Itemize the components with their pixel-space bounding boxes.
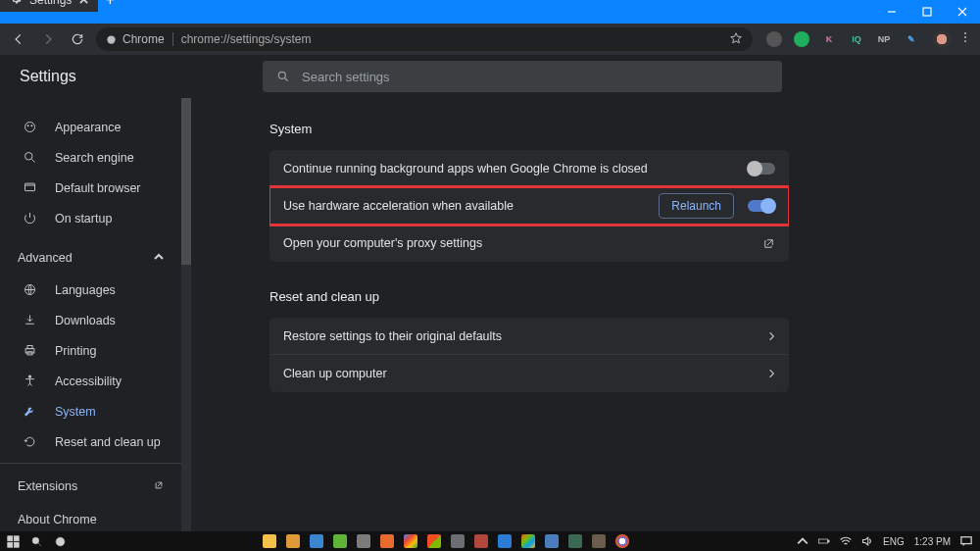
- toggle-hardware-accel[interactable]: [748, 200, 775, 212]
- tray-language[interactable]: ENG: [883, 536, 905, 547]
- sidebar-item-accessibility[interactable]: Accessibility: [0, 366, 191, 396]
- start-button[interactable]: [6, 534, 20, 548]
- taskbar-app-explorer[interactable]: [263, 534, 276, 548]
- taskbar-app-google[interactable]: [404, 534, 417, 548]
- row-hardware-acceleration[interactable]: Use hardware acceleration when available…: [270, 187, 789, 225]
- taskbar-app-mail[interactable]: [310, 534, 323, 548]
- window-maximize-button[interactable]: [909, 0, 945, 24]
- sidebar-item-downloads[interactable]: Downloads: [0, 305, 191, 335]
- address-bar[interactable]: Chrome chrome://settings/system: [96, 27, 753, 51]
- bookmark-star-icon[interactable]: [729, 31, 743, 48]
- taskbar-app-3[interactable]: [545, 534, 559, 548]
- taskbar-app-store[interactable]: [286, 534, 300, 548]
- sidebar-item-label: Default browser: [55, 181, 141, 195]
- sidebar-item-system[interactable]: System: [0, 396, 191, 426]
- tray-volume-icon[interactable]: [861, 535, 873, 547]
- row-restore-defaults[interactable]: Restore settings to their original defau…: [270, 318, 789, 355]
- browser-toolbar: Chrome chrome://settings/system K IQ NP …: [0, 24, 980, 55]
- sidebar-item-label: System: [55, 405, 96, 419]
- sidebar-item-reset-cleanup[interactable]: Reset and clean up: [0, 426, 191, 457]
- search-icon: [22, 150, 37, 165]
- relaunch-button[interactable]: Relaunch: [659, 193, 734, 219]
- tray-chevron-icon[interactable]: [797, 535, 808, 547]
- sidebar-item-languages[interactable]: Languages: [0, 275, 191, 305]
- sidebar-item-truncated[interactable]: [0, 98, 191, 112]
- sidebar-item-default-browser[interactable]: Default browser: [0, 173, 191, 203]
- row-label: Clean up computer: [283, 367, 387, 380]
- site-label: Chrome: [122, 32, 165, 46]
- site-info-button[interactable]: Chrome: [106, 32, 165, 46]
- tray-notifications-icon[interactable]: [960, 535, 972, 547]
- sidebar-item-label: Search engine: [55, 151, 134, 165]
- taskbar-app-settings[interactable]: [357, 534, 370, 548]
- sidebar-section-advanced[interactable]: Advanced: [0, 241, 191, 275]
- sidebar-scrollbar-thumb[interactable]: [181, 98, 191, 265]
- taskbar-app-ms2[interactable]: [521, 534, 535, 548]
- taskbar-app-1[interactable]: [333, 534, 347, 548]
- sidebar-item-extensions[interactable]: Extensions: [0, 470, 191, 503]
- browser-menu-button[interactable]: [958, 30, 972, 48]
- settings-search-input[interactable]: [302, 70, 768, 84]
- settings-content: System Continue running background apps …: [191, 98, 980, 531]
- taskbar-apps: [263, 534, 629, 548]
- ext-np-icon[interactable]: NP: [876, 31, 892, 47]
- svg-rect-19: [14, 542, 19, 547]
- nav-reload-button[interactable]: [67, 28, 88, 50]
- chevron-right-icon: [768, 369, 775, 378]
- cortana-button[interactable]: [53, 534, 67, 548]
- ext-iq-icon[interactable]: IQ: [849, 31, 864, 47]
- ext-k-icon[interactable]: K: [821, 31, 837, 47]
- row-cleanup-computer[interactable]: Clean up computer: [270, 355, 789, 392]
- section-title-reset: Reset and clean up: [270, 289, 980, 304]
- chevron-up-icon: [154, 251, 164, 265]
- window-close-button[interactable]: [945, 0, 980, 24]
- taskbar-search-button[interactable]: [29, 534, 43, 548]
- sidebar-item-printing[interactable]: Printing: [0, 335, 191, 366]
- power-icon: [22, 211, 37, 225]
- search-icon: [276, 70, 290, 83]
- svg-point-2: [964, 32, 966, 34]
- svg-point-3: [964, 36, 966, 38]
- taskbar-app-firefox[interactable]: [380, 534, 394, 548]
- taskbar-app-5[interactable]: [592, 534, 606, 548]
- sidebar-divider: [0, 463, 191, 464]
- row-background-apps[interactable]: Continue running background apps when Go…: [270, 150, 789, 187]
- tray-battery-icon[interactable]: [818, 535, 830, 547]
- default-browser-icon: [22, 180, 37, 195]
- toggle-background-apps[interactable]: [748, 163, 775, 175]
- tab-close-icon[interactable]: [79, 0, 88, 7]
- sidebar-item-about-chrome[interactable]: About Chrome: [0, 503, 191, 531]
- sidebar-item-search-engine[interactable]: Search engine: [0, 142, 191, 173]
- taskbar-app-edge[interactable]: [498, 534, 512, 548]
- nav-forward-button[interactable]: [37, 28, 59, 50]
- window-minimize-button[interactable]: [874, 0, 909, 24]
- taskbar-app-volume[interactable]: [451, 534, 465, 548]
- ext-pen-icon[interactable]: ✎: [904, 31, 919, 47]
- settings-sidebar: Appearance Search engine Default browser…: [0, 98, 191, 531]
- ext-grammarly-icon[interactable]: [794, 31, 809, 47]
- taskbar-app-4[interactable]: [568, 534, 582, 548]
- nav-back-button[interactable]: [8, 28, 29, 50]
- browser-tab-settings[interactable]: Settings: [0, 0, 98, 12]
- sidebar-item-on-startup[interactable]: On startup: [0, 203, 191, 233]
- sidebar-item-label: Appearance: [55, 121, 121, 134]
- tray-clock[interactable]: 1:23 PM: [914, 536, 951, 547]
- svg-point-21: [56, 537, 65, 546]
- accessibility-icon: [22, 374, 37, 388]
- tray-wifi-icon[interactable]: [840, 535, 852, 547]
- svg-rect-17: [14, 535, 19, 540]
- sidebar-item-appearance[interactable]: Appearance: [0, 112, 191, 142]
- svg-point-20: [32, 537, 39, 544]
- system-card: Continue running background apps when Go…: [270, 150, 789, 262]
- profile-avatar[interactable]: [933, 30, 951, 48]
- row-proxy-settings[interactable]: Open your computer's proxy settings: [270, 225, 789, 262]
- settings-search-box[interactable]: [263, 61, 782, 92]
- row-label: Restore settings to their original defau…: [283, 329, 502, 343]
- ext-camera-icon[interactable]: [766, 31, 782, 47]
- svg-point-7: [27, 125, 28, 126]
- taskbar-app-2[interactable]: [474, 534, 488, 548]
- new-tab-button[interactable]: +: [98, 0, 122, 12]
- sidebar-scrollbar[interactable]: [181, 98, 191, 531]
- taskbar-app-chrome[interactable]: [615, 534, 629, 548]
- taskbar-app-ms[interactable]: [427, 534, 441, 548]
